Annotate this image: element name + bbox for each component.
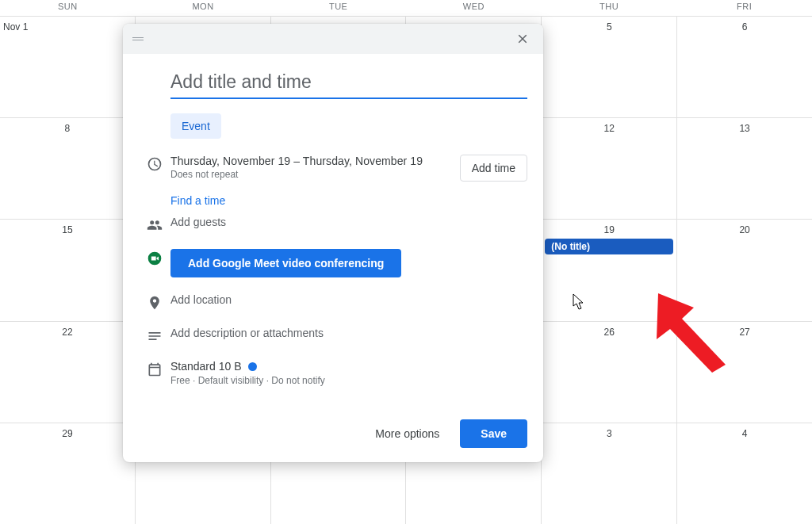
day-cell[interactable]: 13 [677, 118, 812, 219]
meet-row: Add Google Meet video conferencing [139, 241, 527, 285]
day-header-row: SUNMONTUEWEDTHUFRI [0, 0, 812, 16]
close-button[interactable] [511, 28, 534, 50]
dialog-body: Event Thursday, November 19 – Thursday, … [123, 54, 543, 408]
svg-point-1 [153, 299, 156, 302]
date-number: 19 [542, 220, 676, 235]
quick-add-event-dialog: Event Thursday, November 19 – Thursday, … [123, 24, 543, 462]
event-title-input[interactable] [170, 68, 527, 99]
day-cell[interactable]: 22 [0, 322, 136, 423]
mouse-cursor-icon [573, 293, 585, 311]
add-description-placeholder: Add description or attachments [170, 327, 527, 339]
people-icon [139, 216, 170, 233]
day-cell[interactable]: 6 [677, 17, 812, 117]
day-cell[interactable]: 15 [0, 220, 136, 320]
day-cell[interactable]: 3 [542, 423, 677, 524]
dialog-header [123, 24, 543, 54]
date-number: 13 [677, 118, 812, 134]
clock-icon [139, 155, 170, 172]
time-row: Thursday, November 19 – Thursday, Novemb… [139, 147, 527, 189]
dialog-footer: More options Save [123, 408, 543, 462]
location-icon [139, 293, 170, 311]
event-type-chip[interactable]: Event [170, 113, 221, 139]
close-icon [515, 32, 530, 46]
date-number: 3 [542, 423, 676, 439]
guests-row[interactable]: Add guests [139, 208, 527, 241]
date-number: 4 [677, 423, 812, 439]
date-number: 20 [677, 220, 812, 235]
description-row[interactable]: Add description or attachments [139, 319, 527, 352]
date-number: 6 [677, 17, 812, 33]
google-meet-icon [139, 249, 170, 266]
day-cell[interactable]: Nov 1 [0, 17, 136, 117]
day-cell[interactable]: 4 [677, 423, 812, 524]
date-number: 5 [542, 17, 676, 33]
day-cell[interactable]: 8 [0, 118, 136, 219]
description-icon [139, 327, 170, 344]
svg-marker-2 [657, 293, 726, 373]
annotation-arrow-icon [650, 285, 745, 381]
date-number: 8 [0, 118, 135, 134]
day-header: FRI [676, 0, 812, 16]
date-number: 12 [542, 118, 676, 134]
date-number: 15 [0, 220, 135, 235]
location-row[interactable]: Add location [139, 285, 527, 319]
date-range-text[interactable]: Thursday, November 19 – Thursday, Novemb… [170, 155, 450, 180]
calendar-row[interactable]: Standard 10 B Free · Default visibility … [139, 352, 527, 394]
day-cell[interactable]: 12 [542, 118, 677, 219]
calendar-icon [139, 360, 170, 377]
date-number: 22 [0, 322, 135, 338]
day-header: THU [542, 0, 677, 16]
day-header: SUN [0, 0, 136, 16]
date-number: Nov 1 [0, 17, 135, 33]
find-a-time-link[interactable]: Find a time [170, 194, 225, 207]
day-header: MON [136, 0, 271, 16]
date-number: 29 [0, 423, 135, 439]
add-location-placeholder: Add location [170, 293, 527, 306]
add-guests-placeholder: Add guests [170, 216, 527, 228]
save-button[interactable]: Save [460, 419, 527, 448]
day-cell[interactable]: 5 [542, 17, 677, 117]
calendar-sub-text: Free · Default visibility · Do not notif… [170, 375, 527, 386]
add-time-button[interactable]: Add time [460, 155, 527, 182]
calendar-color-dot [248, 362, 257, 371]
add-google-meet-button[interactable]: Add Google Meet video conferencing [170, 249, 401, 277]
calendar-name: Standard 10 B [170, 360, 242, 373]
drag-handle-icon[interactable] [132, 34, 148, 44]
day-header: WED [406, 0, 542, 16]
day-header: TUE [270, 0, 406, 16]
more-options-button[interactable]: More options [370, 426, 444, 441]
day-cell[interactable]: 29 [0, 423, 136, 524]
event-chip[interactable]: (No title) [545, 239, 673, 254]
